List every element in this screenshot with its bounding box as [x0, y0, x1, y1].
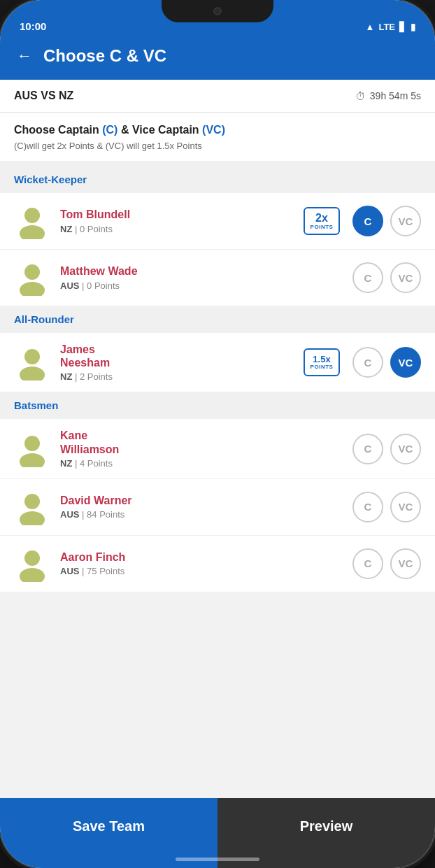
- svg-point-8: [24, 494, 40, 509]
- player-row: David Warner AUS | 84 Points C VC: [0, 479, 435, 536]
- svg-point-7: [20, 453, 45, 467]
- action-buttons: C VC: [352, 548, 421, 579]
- vc-button[interactable]: VC: [390, 434, 421, 464]
- player-row: Tom Blundell NZ | 0 Points 2x POINTS C V…: [0, 193, 435, 250]
- player-row: Aaron Finch AUS | 75 Points C VC: [0, 536, 435, 592]
- player-meta: NZ | 2 Points: [60, 371, 294, 382]
- player-team: AUS: [60, 509, 79, 520]
- svg-point-1: [20, 225, 45, 239]
- player-points: 84 Points: [87, 509, 124, 520]
- info-subtitle: (C)will get 2x Points & (VC) will get 1.…: [14, 141, 421, 151]
- player-meta: NZ | 0 Points: [60, 224, 294, 234]
- player-meta: NZ | 4 Points: [60, 458, 343, 469]
- content-scroll[interactable]: Wicket-Keeper Tom Blundell NZ | 0 Points: [0, 166, 435, 843]
- category-wicketkeeper: Wicket-Keeper: [0, 166, 435, 193]
- avatar: [14, 259, 50, 296]
- spacer: [0, 592, 435, 634]
- notch: [162, 0, 273, 22]
- multiplier-badge-2x: 2x POINTS: [304, 207, 340, 235]
- svg-point-2: [24, 264, 40, 280]
- svg-point-6: [24, 436, 40, 451]
- captain-button[interactable]: C: [352, 548, 383, 579]
- captain-button[interactable]: C: [352, 262, 383, 293]
- player-info: Tom Blundell NZ | 0 Points: [60, 208, 294, 234]
- front-camera: [213, 7, 222, 15]
- player-name: KaneWilliamson: [60, 429, 343, 455]
- player-info: David Warner AUS | 84 Points: [60, 494, 343, 520]
- svg-point-11: [20, 568, 45, 582]
- battery-icon: ▮: [411, 22, 415, 32]
- vc-button[interactable]: VC: [390, 206, 421, 236]
- player-name: David Warner: [60, 494, 343, 507]
- player-team: NZ: [60, 458, 72, 469]
- info-title-part2: & Vice Captain: [117, 124, 202, 136]
- category-label-ar: All-Rounder: [14, 313, 74, 325]
- player-info: Aaron Finch AUS | 75 Points: [60, 550, 343, 576]
- status-time: 10:00: [20, 20, 46, 32]
- action-buttons: C VC: [352, 492, 421, 522]
- match-bar: AUS VS NZ ⏱ 39h 54m 5s: [0, 80, 435, 113]
- vc-button[interactable]: VC: [390, 262, 421, 293]
- action-buttons: C VC: [352, 262, 421, 293]
- player-name: JamesNeesham: [60, 343, 294, 369]
- player-row: JamesNeesham NZ | 2 Points 1.5x POINTS C…: [0, 333, 435, 392]
- status-icons: ▲ LTE ▋ ▮: [366, 22, 415, 32]
- player-name: Tom Blundell: [60, 208, 294, 221]
- player-points: 75 Points: [87, 566, 124, 576]
- player-team: NZ: [60, 371, 72, 382]
- avatar: [14, 203, 50, 239]
- avatar: [14, 489, 50, 525]
- clock-icon: ⏱: [355, 90, 366, 102]
- player-meta: AUS | 75 Points: [60, 566, 343, 576]
- match-name: AUS VS NZ: [14, 90, 73, 102]
- player-info: JamesNeesham NZ | 2 Points: [60, 343, 294, 382]
- player-row: KaneWilliamson NZ | 4 Points C VC: [0, 419, 435, 478]
- action-buttons: C VC: [352, 347, 421, 378]
- info-section: Choose Captain (C) & Vice Captain (VC) (…: [0, 113, 435, 166]
- action-buttons: C VC: [352, 434, 421, 464]
- captain-button[interactable]: C: [352, 434, 383, 464]
- avatar: [14, 546, 50, 582]
- home-indicator: [176, 858, 259, 861]
- page-title: Choose C & VC: [43, 46, 166, 66]
- action-buttons: C VC: [352, 206, 421, 236]
- player-team: AUS: [60, 566, 79, 576]
- signal-icon: ▋: [399, 22, 406, 32]
- header: ← Choose C & VC: [0, 38, 435, 80]
- player-team: AUS: [60, 280, 79, 291]
- info-title: Choose Captain (C) & Vice Captain (VC): [14, 124, 421, 136]
- svg-point-10: [24, 550, 40, 566]
- captain-button[interactable]: C: [352, 347, 383, 378]
- player-row: Matthew Wade AUS | 0 Points C VC: [0, 250, 435, 306]
- category-label-wk: Wicket-Keeper: [14, 173, 87, 185]
- timer-value: 39h 54m 5s: [370, 90, 421, 101]
- player-info: Matthew Wade AUS | 0 Points: [60, 264, 343, 290]
- back-button[interactable]: ←: [17, 47, 32, 65]
- captain-button[interactable]: C: [352, 206, 383, 236]
- category-allrounder: All-Rounder: [0, 306, 435, 333]
- captain-label: (C): [102, 124, 117, 136]
- multiplier-badge-15x: 1.5x POINTS: [304, 348, 340, 376]
- player-team: NZ: [60, 224, 72, 234]
- player-meta: AUS | 84 Points: [60, 509, 343, 520]
- avatar: [14, 344, 50, 380]
- category-batsmen: Batsmen: [0, 392, 435, 419]
- phone-frame: 10:00 ▲ LTE ▋ ▮ ← Choose C & VC AUS VS N…: [0, 0, 435, 868]
- player-points: 0 Points: [80, 224, 113, 234]
- player-meta: AUS | 0 Points: [60, 280, 343, 291]
- vc-label: (VC): [202, 124, 225, 136]
- vc-button[interactable]: VC: [390, 548, 421, 579]
- vc-button[interactable]: VC: [390, 492, 421, 522]
- svg-point-0: [24, 208, 40, 223]
- category-label-bat: Batsmen: [14, 399, 58, 411]
- vc-button[interactable]: VC: [390, 347, 421, 378]
- captain-button[interactable]: C: [352, 492, 383, 522]
- svg-point-4: [24, 349, 40, 364]
- player-name: Matthew Wade: [60, 264, 343, 278]
- match-timer: ⏱ 39h 54m 5s: [355, 90, 421, 102]
- player-points: 4 Points: [80, 458, 113, 469]
- info-title-part1: Choose Captain: [14, 124, 102, 136]
- svg-point-5: [20, 367, 45, 380]
- player-points: 2 Points: [80, 371, 113, 382]
- phone-screen: 10:00 ▲ LTE ▋ ▮ ← Choose C & VC AUS VS N…: [0, 0, 435, 868]
